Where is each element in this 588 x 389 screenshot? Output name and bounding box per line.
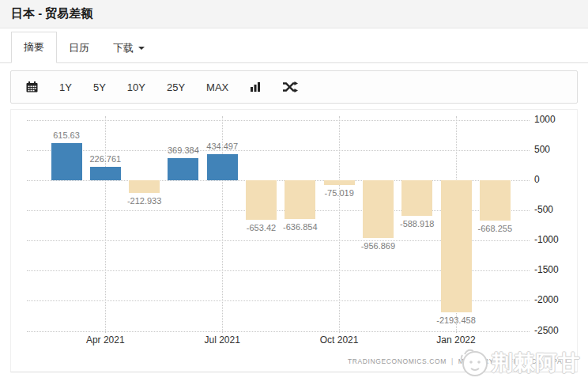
gridline-y <box>27 150 530 151</box>
chart-type-button[interactable] <box>250 81 262 93</box>
chevron-down-icon <box>138 47 145 50</box>
range-max-button[interactable]: MAX <box>206 81 228 93</box>
tab-calendar[interactable]: 日历 <box>57 33 101 63</box>
bar-value-label: -212.933 <box>109 196 180 206</box>
bar-value-label: -636.854 <box>265 222 336 232</box>
chart-bar[interactable] <box>207 154 238 180</box>
range-5y-button[interactable]: 5Y <box>93 81 106 93</box>
y-axis-tick-label: 0 <box>534 174 540 185</box>
chart-bar[interactable] <box>168 158 198 180</box>
chart-bar[interactable] <box>401 180 432 216</box>
x-axis-tick-label: Jan 2022 <box>420 334 492 346</box>
range-10y-button[interactable]: 10Y <box>127 81 145 93</box>
calendar-icon <box>26 81 38 93</box>
y-axis-tick-label: 1000 <box>534 114 556 125</box>
gridline-y <box>27 120 530 121</box>
calendar-button[interactable] <box>26 81 38 93</box>
trade-balance-page: 日本 - 贸易差额 摘要 日历 下载 <box>0 0 588 389</box>
source-label: MINISTRY OF FINANCE JAPAN <box>458 357 567 365</box>
gridline-x <box>339 116 340 333</box>
gridline-x <box>105 116 106 333</box>
y-axis-tick-label: -1500 <box>534 264 559 275</box>
chart-attribution: TRADINGECONOMICS.COM|MINISTRY OF FINANCE… <box>348 357 567 365</box>
tab-summary-label: 摘要 <box>24 40 44 55</box>
chart-bar[interactable] <box>285 180 315 219</box>
tab-download[interactable]: 下载 <box>101 33 156 63</box>
x-axis-tick-label: Apr 2021 <box>70 334 141 346</box>
range-1y-button[interactable]: 1Y <box>59 81 72 93</box>
range-25y-button[interactable]: 25Y <box>167 81 185 93</box>
bar-value-label: 226.761 <box>70 154 141 164</box>
chart-bar[interactable] <box>90 167 121 180</box>
chart-bar[interactable] <box>324 180 355 185</box>
shuffle-icon <box>283 81 298 93</box>
chart-toolbar: 1Y 5Y 10Y 25Y MAX <box>10 70 578 104</box>
gridline-y <box>27 331 530 332</box>
compare-button[interactable] <box>283 81 298 93</box>
bar-value-label: -668.255 <box>459 224 530 233</box>
chart-bar[interactable] <box>129 180 160 193</box>
y-axis-tick-label: -2000 <box>534 294 559 305</box>
x-axis-tick-label: Jul 2021 <box>187 334 258 346</box>
tab-download-label: 下载 <box>113 41 134 55</box>
bar-value-label: 615.63 <box>31 130 102 140</box>
chart-bar[interactable] <box>363 180 394 238</box>
page-header: 日本 - 贸易差额 <box>0 0 588 28</box>
bar-value-label: -956.869 <box>342 241 413 251</box>
tab-summary[interactable]: 摘要 <box>11 32 57 63</box>
bar-value-label: 434.497 <box>187 142 258 151</box>
bar-chart-plot: 10005000-500-1000-1500-2000-2500Apr 2021… <box>11 110 577 372</box>
chart-bar[interactable] <box>480 180 511 221</box>
attribution-separator: | <box>451 357 454 365</box>
y-axis-tick-label: -500 <box>534 204 553 215</box>
x-axis-tick-label: Oct 2021 <box>303 334 375 346</box>
chart-bar[interactable] <box>246 180 277 220</box>
bar-value-label: -2193.458 <box>420 315 492 325</box>
tradingeconomics-link[interactable]: TRADINGECONOMICS.COM <box>348 357 447 365</box>
tab-calendar-label: 日历 <box>69 41 89 55</box>
page-title: 日本 - 贸易差额 <box>11 6 92 21</box>
y-axis-tick-label: 500 <box>534 144 550 155</box>
tab-bar: 摘要 日历 下载 <box>0 28 588 63</box>
chart-bar[interactable] <box>441 180 472 312</box>
y-axis-tick-label: -1000 <box>534 234 559 245</box>
y-axis-tick-label: -2500 <box>534 325 559 336</box>
bar-chart-icon <box>250 81 262 93</box>
chart-panel: 10005000-500-1000-1500-2000-2500Apr 2021… <box>10 109 578 372</box>
